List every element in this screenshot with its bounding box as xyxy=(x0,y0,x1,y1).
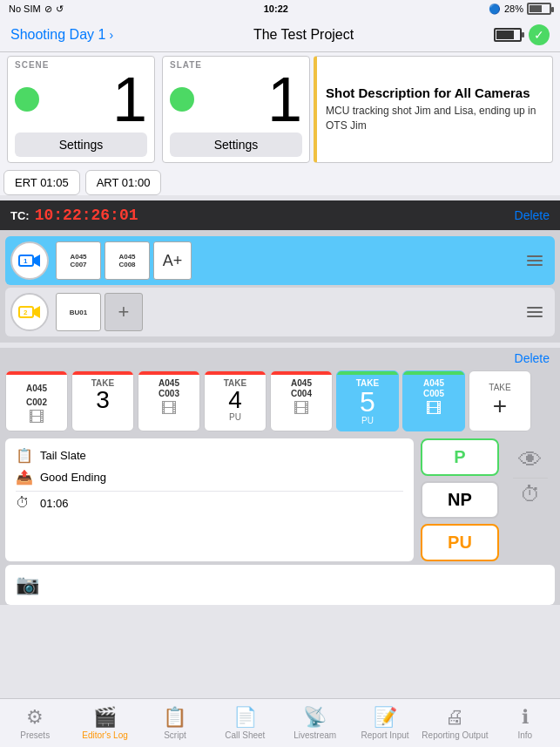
svg-marker-1 xyxy=(34,255,40,267)
battery-icon xyxy=(527,3,551,15)
takes-delete-button[interactable]: Delete xyxy=(515,351,550,365)
takes-section: Delete A045 C002 🎞 TAKE 3 xyxy=(0,348,560,605)
camera-1-clips: A045 C007 A045 C008 A+ xyxy=(56,241,520,280)
art-button[interactable]: ART 01:00 xyxy=(85,170,162,195)
clip-bu01[interactable]: BU01 xyxy=(56,293,101,331)
reporting-output-icon: 🖨 xyxy=(445,706,464,729)
livestream-label: Livestream xyxy=(293,730,336,740)
filmstrip-icon-c002: 🎞 xyxy=(29,409,44,427)
status-bar: No SIM ⊘ ↺ 10:22 🔵 28% xyxy=(0,0,560,17)
presets-label: Presets xyxy=(20,730,50,740)
rating-pu-button[interactable]: PU xyxy=(421,524,499,561)
shot-description-box: Shot Description for All Cameras MCU tra… xyxy=(314,56,553,163)
scene-slate-section: SCENE 1 Settings SLATE 1 Settings Shot D… xyxy=(0,52,560,195)
tab-call-sheet[interactable]: 📄 Call Sheet xyxy=(210,703,280,744)
take-card-3[interactable]: TAKE 3 xyxy=(71,370,134,431)
takes-scroll[interactable]: A045 C002 🎞 TAKE 3 A045 C003 🎞 xyxy=(0,367,560,435)
tc-bar: TC: 10:22:26:01 Delete xyxy=(0,200,560,230)
ert-art-row: ERT 01:05 ART 01:00 xyxy=(3,170,557,195)
tab-info[interactable]: ℹ Info xyxy=(490,703,560,744)
right-icons-panel: 👁 ⏱ xyxy=(506,438,555,561)
take-card-a045c002[interactable]: A045 C002 🎞 xyxy=(5,370,68,431)
shot-description-text: MCU tracking shot Jim and Lisa, ending u… xyxy=(326,104,543,133)
camera-2-menu[interactable] xyxy=(520,300,550,324)
add-clip-cam1[interactable]: A+ xyxy=(153,241,192,280)
camera-photo-row: 📷 xyxy=(5,565,555,605)
report-input-label: Report Input xyxy=(361,730,409,740)
tail-slate-row: 📋 Tail Slate xyxy=(16,447,403,464)
tail-slate-label: Tail Slate xyxy=(40,449,86,462)
status-right: 🔵 28% xyxy=(489,3,551,15)
slate-settings-button[interactable]: Settings xyxy=(170,132,302,157)
good-ending-row: 📤 Good Ending xyxy=(16,469,403,486)
shot-description-title: Shot Description for All Cameras xyxy=(326,85,543,100)
camera-tracks-area: 1 A045 C007 A045 C008 A+ xyxy=(0,230,560,343)
camera-tracks: 1 A045 C007 A045 C008 A+ xyxy=(0,230,560,343)
add-take-card[interactable]: TAKE + xyxy=(469,370,531,431)
editors-log-icon: 🎬 xyxy=(93,706,117,729)
tail-slate-icon: 📋 xyxy=(16,447,33,464)
camera-2-clips: BU01 + xyxy=(56,293,520,331)
call-sheet-label: Call Sheet xyxy=(225,730,265,740)
rating-buttons: P NP PU xyxy=(421,438,499,561)
script-icon: 📋 xyxy=(163,706,186,729)
tab-reporting-output[interactable]: 🖨 Reporting Output xyxy=(420,703,489,744)
script-label: Script xyxy=(164,730,186,740)
camera-1-icon[interactable]: 1 xyxy=(10,241,49,280)
info-icon: ℹ xyxy=(522,706,529,729)
tab-presets[interactable]: ⚙ Presets xyxy=(0,703,70,744)
info-label: Info xyxy=(517,730,532,740)
slate-number: 1 xyxy=(267,70,302,129)
svg-text:1: 1 xyxy=(24,257,28,265)
call-sheet-icon: 📄 xyxy=(233,706,257,729)
presets-icon: ⚙ xyxy=(26,706,44,729)
take-card-a045c003[interactable]: A045 C003 🎞 xyxy=(138,370,200,431)
duration-label: 01:06 xyxy=(40,497,69,510)
divider-1 xyxy=(16,491,403,492)
rating-np-button[interactable]: NP xyxy=(421,481,499,519)
scene-number: 1 xyxy=(112,70,147,129)
confirm-button[interactable]: ✓ xyxy=(529,24,550,45)
takes-delete-row: Delete xyxy=(0,348,560,367)
scene-pane: SCENE 1 Settings xyxy=(7,56,155,163)
camera-1-menu[interactable] xyxy=(520,248,550,273)
tab-script[interactable]: 📋 Script xyxy=(140,703,210,744)
scene-settings-button[interactable]: Settings xyxy=(15,132,147,157)
camera-track-1: 1 A045 C007 A045 C008 A+ xyxy=(5,236,555,285)
take-card-a045c004[interactable]: A045 C004 🎞 xyxy=(270,370,333,431)
slate-green-dot xyxy=(170,87,194,112)
eye-icon[interactable]: 👁 xyxy=(518,445,543,474)
nav-actions: ✓ xyxy=(494,24,550,45)
livestream-icon: 📡 xyxy=(303,706,327,729)
report-input-icon: 📝 xyxy=(374,706,397,729)
slate-pane: SLATE 1 Settings xyxy=(162,56,310,163)
duration-row: ⏱ 01:06 xyxy=(16,495,403,511)
clip-a045-c008[interactable]: A045 C008 xyxy=(105,241,150,280)
camera-track-2: 2 BU01 + xyxy=(5,288,555,336)
shooting-day-nav[interactable]: Shooting Day 1 › xyxy=(10,27,113,43)
project-name: The Test Project xyxy=(253,27,354,43)
add-clip-cam2[interactable]: + xyxy=(105,293,143,331)
camera-2-icon[interactable]: 2 xyxy=(10,293,49,331)
status-time: 10:22 xyxy=(264,3,288,14)
take-card-a045c005-selected[interactable]: A045 C005 🎞 xyxy=(402,370,465,431)
good-ending-label: Good Ending xyxy=(40,471,106,484)
photo-camera-icon[interactable]: 📷 xyxy=(16,574,39,595)
tab-report-input[interactable]: 📝 Report Input xyxy=(350,703,420,744)
scene-green-dot xyxy=(15,87,39,112)
status-carrier: No SIM ⊘ ↺ xyxy=(9,3,64,15)
tc-delete-button[interactable]: Delete xyxy=(515,208,550,222)
tab-livestream[interactable]: 📡 Livestream xyxy=(280,703,350,744)
filmstrip-icon-c003: 🎞 xyxy=(161,400,177,418)
details-row: 📋 Tail Slate 📤 Good Ending ⏱ 01:06 P NP … xyxy=(5,438,555,561)
clip-a045-c007[interactable]: A045 C007 xyxy=(56,241,101,280)
tab-editors-log[interactable]: 🎬 Editor's Log xyxy=(70,703,139,744)
details-panel: 📋 Tail Slate 📤 Good Ending ⏱ 01:06 xyxy=(5,438,414,561)
take-card-4[interactable]: TAKE 4 PU xyxy=(204,370,267,431)
good-ending-icon: 📤 xyxy=(16,469,33,486)
tab-bar: ⚙ Presets 🎬 Editor's Log 📋 Script 📄 Call… xyxy=(0,698,560,747)
ert-button[interactable]: ERT 01:05 xyxy=(3,170,80,195)
stopwatch-icon[interactable]: ⏱ xyxy=(520,482,541,506)
take-card-5-selected[interactable]: TAKE 5 PU xyxy=(336,370,399,431)
rating-p-button[interactable]: P xyxy=(421,438,499,476)
